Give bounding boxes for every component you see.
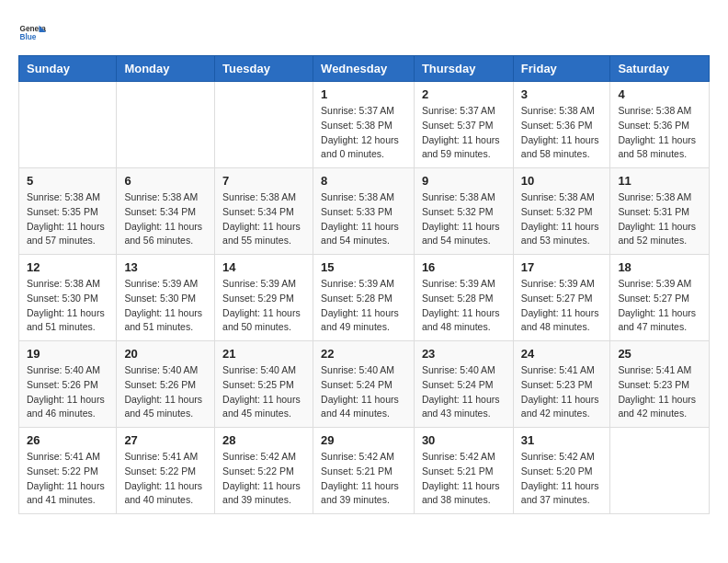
day-number: 22 — [321, 347, 406, 361]
day-number: 28 — [222, 433, 305, 447]
calendar-day-cell: 29Sunrise: 5:42 AM Sunset: 5:21 PM Dayli… — [313, 428, 415, 514]
day-info: Sunrise: 5:38 AM Sunset: 5:31 PM Dayligh… — [618, 190, 701, 248]
day-number: 6 — [124, 174, 207, 188]
calendar-day-cell: 18Sunrise: 5:39 AM Sunset: 5:27 PM Dayli… — [610, 255, 710, 341]
day-info: Sunrise: 5:37 AM Sunset: 5:37 PM Dayligh… — [422, 104, 506, 162]
day-number: 23 — [422, 347, 506, 361]
calendar-day-cell: 1Sunrise: 5:37 AM Sunset: 5:38 PM Daylig… — [313, 82, 415, 168]
day-info: Sunrise: 5:41 AM Sunset: 5:22 PM Dayligh… — [27, 450, 108, 508]
calendar-day-cell: 28Sunrise: 5:42 AM Sunset: 5:22 PM Dayli… — [215, 428, 313, 514]
calendar-day-cell: 12Sunrise: 5:38 AM Sunset: 5:30 PM Dayli… — [19, 255, 117, 341]
day-info: Sunrise: 5:42 AM Sunset: 5:20 PM Dayligh… — [521, 450, 603, 508]
logo-icon: General Blue — [18, 18, 46, 46]
calendar-week-row: 5Sunrise: 5:38 AM Sunset: 5:35 PM Daylig… — [19, 168, 710, 255]
day-info: Sunrise: 5:37 AM Sunset: 5:38 PM Dayligh… — [321, 104, 406, 162]
day-number: 31 — [521, 433, 603, 447]
calendar-day-cell: 26Sunrise: 5:41 AM Sunset: 5:22 PM Dayli… — [19, 428, 117, 514]
calendar-day-cell: 9Sunrise: 5:38 AM Sunset: 5:32 PM Daylig… — [414, 168, 513, 255]
day-info: Sunrise: 5:41 AM Sunset: 5:22 PM Dayligh… — [124, 450, 207, 508]
day-number: 20 — [124, 347, 207, 361]
day-number: 10 — [521, 174, 603, 188]
day-info: Sunrise: 5:40 AM Sunset: 5:24 PM Dayligh… — [321, 363, 406, 421]
day-info: Sunrise: 5:38 AM Sunset: 5:33 PM Dayligh… — [321, 190, 406, 248]
weekday-header-tuesday: Tuesday — [215, 56, 313, 82]
logo: General Blue — [18, 18, 46, 46]
calendar-day-cell: 4Sunrise: 5:38 AM Sunset: 5:36 PM Daylig… — [610, 82, 710, 168]
day-number: 3 — [521, 87, 603, 101]
calendar-day-cell: 6Sunrise: 5:38 AM Sunset: 5:34 PM Daylig… — [117, 168, 215, 255]
day-number: 8 — [321, 174, 406, 188]
day-number: 4 — [618, 87, 701, 101]
day-info: Sunrise: 5:41 AM Sunset: 5:23 PM Dayligh… — [618, 363, 701, 421]
day-number: 9 — [422, 174, 506, 188]
calendar-day-cell: 27Sunrise: 5:41 AM Sunset: 5:22 PM Dayli… — [117, 428, 215, 514]
calendar-day-cell: 11Sunrise: 5:38 AM Sunset: 5:31 PM Dayli… — [610, 168, 710, 255]
svg-text:Blue: Blue — [20, 33, 37, 41]
empty-cell — [215, 82, 313, 168]
day-number: 14 — [222, 260, 305, 274]
calendar-day-cell: 3Sunrise: 5:38 AM Sunset: 5:36 PM Daylig… — [513, 82, 610, 168]
weekday-header-sunday: Sunday — [19, 56, 117, 82]
weekday-header-saturday: Saturday — [610, 56, 710, 82]
calendar-day-cell: 2Sunrise: 5:37 AM Sunset: 5:37 PM Daylig… — [414, 82, 513, 168]
page-header: General Blue — [18, 18, 710, 46]
empty-cell — [19, 82, 117, 168]
day-info: Sunrise: 5:38 AM Sunset: 5:36 PM Dayligh… — [618, 104, 701, 162]
day-number: 12 — [27, 260, 108, 274]
calendar-day-cell: 8Sunrise: 5:38 AM Sunset: 5:33 PM Daylig… — [313, 168, 415, 255]
day-info: Sunrise: 5:38 AM Sunset: 5:35 PM Dayligh… — [27, 190, 108, 248]
calendar-day-cell: 17Sunrise: 5:39 AM Sunset: 5:27 PM Dayli… — [513, 255, 610, 341]
calendar-day-cell: 5Sunrise: 5:38 AM Sunset: 5:35 PM Daylig… — [19, 168, 117, 255]
day-number: 15 — [321, 260, 406, 274]
day-info: Sunrise: 5:39 AM Sunset: 5:30 PM Dayligh… — [124, 277, 207, 335]
day-info: Sunrise: 5:42 AM Sunset: 5:22 PM Dayligh… — [222, 450, 305, 508]
day-info: Sunrise: 5:42 AM Sunset: 5:21 PM Dayligh… — [321, 450, 406, 508]
weekday-header-friday: Friday — [513, 56, 610, 82]
calendar-day-cell: 10Sunrise: 5:38 AM Sunset: 5:32 PM Dayli… — [513, 168, 610, 255]
empty-cell — [610, 428, 710, 514]
calendar-week-row: 26Sunrise: 5:41 AM Sunset: 5:22 PM Dayli… — [19, 428, 710, 514]
calendar-day-cell: 14Sunrise: 5:39 AM Sunset: 5:29 PM Dayli… — [215, 255, 313, 341]
calendar-day-cell: 24Sunrise: 5:41 AM Sunset: 5:23 PM Dayli… — [513, 341, 610, 428]
calendar-day-cell: 16Sunrise: 5:39 AM Sunset: 5:28 PM Dayli… — [414, 255, 513, 341]
day-info: Sunrise: 5:38 AM Sunset: 5:34 PM Dayligh… — [124, 190, 207, 248]
calendar-day-cell: 30Sunrise: 5:42 AM Sunset: 5:21 PM Dayli… — [414, 428, 513, 514]
day-info: Sunrise: 5:39 AM Sunset: 5:28 PM Dayligh… — [422, 277, 506, 335]
day-number: 2 — [422, 87, 506, 101]
day-number: 13 — [124, 260, 207, 274]
day-number: 5 — [27, 174, 108, 188]
day-number: 7 — [222, 174, 305, 188]
calendar-day-cell: 25Sunrise: 5:41 AM Sunset: 5:23 PM Dayli… — [610, 341, 710, 428]
calendar-day-cell: 21Sunrise: 5:40 AM Sunset: 5:25 PM Dayli… — [215, 341, 313, 428]
day-info: Sunrise: 5:39 AM Sunset: 5:28 PM Dayligh… — [321, 277, 406, 335]
day-info: Sunrise: 5:38 AM Sunset: 5:32 PM Dayligh… — [422, 190, 506, 248]
day-number: 26 — [27, 433, 108, 447]
day-number: 24 — [521, 347, 603, 361]
day-info: Sunrise: 5:39 AM Sunset: 5:27 PM Dayligh… — [521, 277, 603, 335]
day-info: Sunrise: 5:39 AM Sunset: 5:27 PM Dayligh… — [618, 277, 701, 335]
calendar-week-row: 1Sunrise: 5:37 AM Sunset: 5:38 PM Daylig… — [19, 82, 710, 168]
day-info: Sunrise: 5:38 AM Sunset: 5:30 PM Dayligh… — [27, 277, 108, 335]
calendar-day-cell: 20Sunrise: 5:40 AM Sunset: 5:26 PM Dayli… — [117, 341, 215, 428]
day-number: 25 — [618, 347, 701, 361]
day-number: 21 — [222, 347, 305, 361]
day-info: Sunrise: 5:39 AM Sunset: 5:29 PM Dayligh… — [222, 277, 305, 335]
calendar-week-row: 19Sunrise: 5:40 AM Sunset: 5:26 PM Dayli… — [19, 341, 710, 428]
day-info: Sunrise: 5:40 AM Sunset: 5:25 PM Dayligh… — [222, 363, 305, 421]
weekday-header-monday: Monday — [117, 56, 215, 82]
day-info: Sunrise: 5:38 AM Sunset: 5:36 PM Dayligh… — [521, 104, 603, 162]
day-info: Sunrise: 5:40 AM Sunset: 5:26 PM Dayligh… — [124, 363, 207, 421]
calendar-week-row: 12Sunrise: 5:38 AM Sunset: 5:30 PM Dayli… — [19, 255, 710, 341]
calendar-day-cell: 31Sunrise: 5:42 AM Sunset: 5:20 PM Dayli… — [513, 428, 610, 514]
empty-cell — [117, 82, 215, 168]
day-info: Sunrise: 5:38 AM Sunset: 5:34 PM Dayligh… — [222, 190, 305, 248]
day-number: 1 — [321, 87, 406, 101]
day-info: Sunrise: 5:40 AM Sunset: 5:24 PM Dayligh… — [422, 363, 506, 421]
calendar-day-cell: 22Sunrise: 5:40 AM Sunset: 5:24 PM Dayli… — [313, 341, 415, 428]
calendar-day-cell: 23Sunrise: 5:40 AM Sunset: 5:24 PM Dayli… — [414, 341, 513, 428]
day-number: 16 — [422, 260, 506, 274]
day-info: Sunrise: 5:40 AM Sunset: 5:26 PM Dayligh… — [27, 363, 108, 421]
day-number: 11 — [618, 174, 701, 188]
calendar-day-cell: 13Sunrise: 5:39 AM Sunset: 5:30 PM Dayli… — [117, 255, 215, 341]
weekday-header-wednesday: Wednesday — [313, 56, 415, 82]
